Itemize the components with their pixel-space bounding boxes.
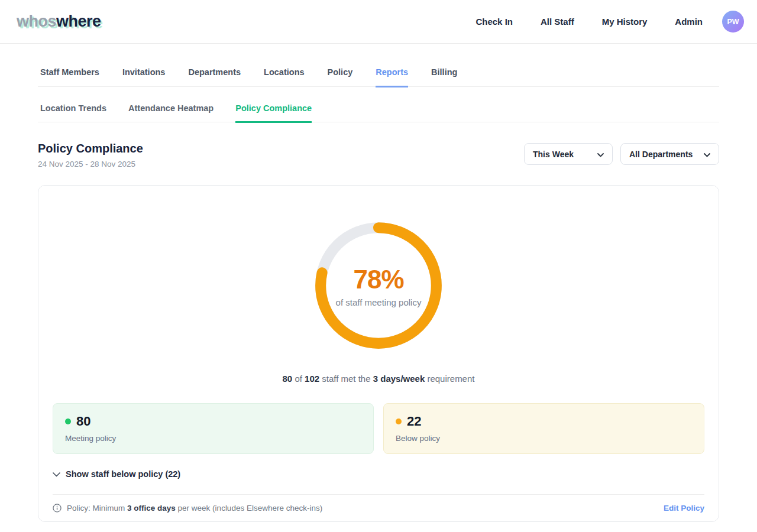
nav-admin[interactable]: Admin — [675, 17, 703, 27]
summary-tail: requirement — [427, 374, 474, 384]
donut-center: 78% of staff meeting policy — [311, 218, 446, 353]
filters: This Week All Departments — [524, 143, 719, 165]
summary-of: of — [295, 374, 302, 384]
green-dot-icon — [65, 419, 71, 424]
summary-requirement: 3 days/week — [373, 374, 425, 384]
policy-text: Policy: Minimum 3 office days per week (… — [67, 504, 322, 512]
tab-policy[interactable]: Policy — [328, 67, 353, 87]
page-head: Policy Compliance 24 Nov 2025 - 28 Nov 2… — [38, 142, 719, 168]
chevron-down-icon — [704, 150, 710, 159]
below-policy-label: Below policy — [396, 434, 692, 443]
period-select-value: This Week — [533, 150, 574, 159]
logo-part-1: whos — [17, 12, 56, 30]
tab-staff-members[interactable]: Staff Members — [40, 67, 99, 87]
policy-text-bold: 3 office days — [127, 504, 176, 512]
nav-my-history[interactable]: My History — [602, 17, 648, 27]
report-subtabs: Location Trends Attendance Heatmap Polic… — [38, 103, 719, 122]
tab-invitations[interactable]: Invitations — [122, 67, 166, 87]
compliance-percent-label: of staff meeting policy — [336, 297, 422, 307]
subtab-attendance-heatmap[interactable]: Attendance Heatmap — [128, 103, 213, 123]
app-header: whoswhere Check In All Staff My History … — [0, 0, 757, 44]
subtab-location-trends[interactable]: Location Trends — [40, 103, 106, 123]
main-content: Staff Members Invitations Departments Lo… — [38, 67, 719, 522]
summary-met-count: 80 — [283, 374, 293, 384]
edit-policy-link[interactable]: Edit Policy — [664, 504, 704, 512]
top-nav: Check In All Staff My History Admin — [475, 17, 703, 27]
summary-total-count: 102 — [305, 374, 319, 384]
subtab-policy-compliance[interactable]: Policy Compliance — [235, 103, 312, 123]
tab-billing[interactable]: Billing — [431, 67, 457, 87]
stat-cards: 80 Meeting policy 22 Below policy — [53, 403, 704, 454]
policy-text-suffix: per week (includes Elsewhere check-ins) — [178, 504, 323, 512]
meeting-policy-count: 80 — [76, 414, 90, 429]
tab-locations[interactable]: Locations — [264, 67, 304, 87]
avatar[interactable]: PW — [722, 11, 744, 33]
admin-tabs: Staff Members Invitations Departments Lo… — [38, 67, 719, 87]
app-logo[interactable]: whoswhere — [17, 12, 101, 31]
meeting-policy-top: 80 — [65, 414, 361, 429]
nav-check-in[interactable]: Check In — [475, 17, 513, 27]
compliance-card: 78% of staff meeting policy 80 of 102 st… — [38, 185, 719, 522]
meeting-policy-label: Meeting policy — [65, 434, 361, 443]
show-staff-below-policy-toggle[interactable]: Show staff below policy (22) — [53, 469, 180, 479]
nav-all-staff[interactable]: All Staff — [541, 17, 574, 27]
policy-description: Policy: Minimum 3 office days per week (… — [53, 504, 322, 512]
chevron-down-icon — [597, 150, 604, 159]
department-select[interactable]: All Departments — [620, 143, 719, 165]
tab-departments[interactable]: Departments — [188, 67, 241, 87]
date-range: 24 Nov 2025 - 28 Nov 2025 — [38, 160, 143, 168]
summary-middle: staff met the — [322, 374, 370, 384]
below-policy-count: 22 — [407, 414, 421, 429]
meeting-policy-card: 80 Meeting policy — [53, 403, 374, 454]
compliance-donut-chart: 78% of staff meeting policy — [311, 218, 446, 353]
chevron-down-icon — [53, 469, 60, 479]
orange-dot-icon — [396, 419, 402, 424]
page-title: Policy Compliance — [38, 142, 143, 155]
page-head-left: Policy Compliance 24 Nov 2025 - 28 Nov 2… — [38, 142, 143, 168]
show-staff-below-policy-label: Show staff below policy (22) — [66, 469, 180, 479]
logo-part-2: where — [56, 12, 101, 30]
info-icon — [53, 504, 62, 512]
tab-reports[interactable]: Reports — [376, 67, 408, 87]
below-policy-top: 22 — [396, 414, 692, 429]
compliance-percent: 78% — [353, 265, 403, 294]
period-select[interactable]: This Week — [524, 143, 613, 165]
department-select-value: All Departments — [629, 150, 693, 159]
policy-footer: Policy: Minimum 3 office days per week (… — [53, 495, 704, 522]
compliance-summary: 80 of 102 staff met the 3 days/week requ… — [53, 374, 704, 384]
below-policy-card: 22 Below policy — [383, 403, 704, 454]
policy-text-prefix: Policy: Minimum — [67, 504, 125, 512]
